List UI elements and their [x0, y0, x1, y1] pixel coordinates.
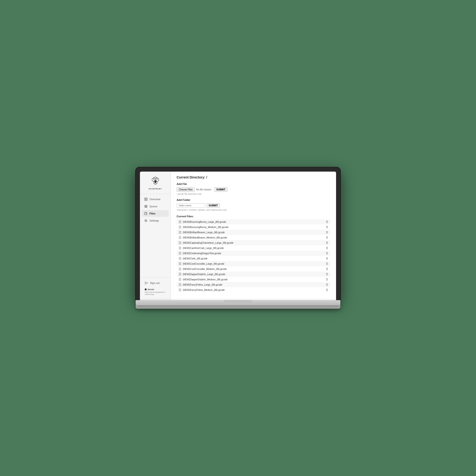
file-name: (NEW)CinderwingDragonTest.gcode	[183, 252, 221, 255]
file-row-left: (NEW)FancyFeline_Medium_(M).gcode	[178, 289, 225, 291]
file-icon	[178, 247, 181, 249]
delete-icon[interactable]	[325, 241, 328, 244]
signout-label: Sign out	[150, 282, 159, 284]
file-name: (NEW)CarefreeCrab_Large_(M).gcode	[183, 247, 224, 249]
delete-icon[interactable]	[325, 221, 328, 223]
table-row: (NEW)BouncingBunny_Large_(M).gcode	[177, 219, 330, 224]
sidebar-item-overview[interactable]: Overview	[142, 196, 169, 203]
file-hint: *.gcode file extension only	[177, 193, 330, 195]
delete-icon[interactable]	[325, 231, 328, 234]
table-row: (NEW)Cloth_(M).gcode	[177, 256, 330, 261]
delete-icon[interactable]	[325, 283, 328, 286]
server-label: Server	[145, 288, 166, 290]
add-file-section: Add File Choose Files No file chosen SUB…	[177, 183, 330, 195]
file-icon	[178, 252, 181, 255]
file-name: (NEW)Cloth_(M).gcode	[183, 257, 207, 260]
delete-icon[interactable]	[325, 278, 328, 281]
hiveprint-logo-icon	[150, 176, 161, 187]
no-file-label: No file chosen	[196, 188, 211, 191]
svg-rect-11	[144, 200, 146, 201]
overview-label: Overview	[150, 198, 160, 201]
files-icon	[144, 212, 148, 215]
file-name: (NEW)FancyFeline_Medium_(M).gcode	[183, 289, 225, 291]
table-row: (NEW)CoolCrocodile_Medium_(M).gcode	[177, 266, 330, 272]
file-name: (NEW)CaptivatingChameleon_Large_(M).gcod…	[183, 241, 234, 244]
svg-point-16	[145, 220, 147, 221]
delete-icon[interactable]	[325, 289, 328, 291]
delete-icon[interactable]	[325, 268, 328, 270]
settings-label: Settings	[150, 219, 159, 222]
choose-files-button[interactable]: Choose Files	[177, 187, 195, 192]
table-row: (NEW)BrilliantBeaver_Large_(M).gcode	[177, 230, 330, 235]
file-icon	[178, 257, 181, 260]
add-file-title: Add File	[177, 183, 330, 186]
file-icon	[178, 273, 181, 276]
delete-icon[interactable]	[325, 257, 328, 260]
files-label: Files	[150, 212, 155, 215]
file-icon	[178, 231, 181, 234]
file-icon	[178, 289, 181, 291]
table-row: (NEW)DapperDolphin_Large_(M).gcode	[177, 272, 330, 277]
server-info: Server https://gamergadgetry.hiveprint.a…	[142, 286, 168, 297]
file-row-left: (NEW)BouncingBunny_Large_(M).gcode	[178, 221, 226, 223]
sidebar-item-files[interactable]: Files	[142, 210, 169, 217]
sidebar-item-queue[interactable]: Queue	[142, 203, 169, 210]
delete-icon[interactable]	[325, 262, 328, 265]
file-name: (NEW)DapperDolphin_Medium_(M).gcode	[183, 278, 227, 281]
sidebar-item-settings[interactable]: Settings	[142, 217, 169, 224]
folder-name-input[interactable]	[177, 203, 205, 208]
server-url: https://gamergadgetry.hiveprint.app	[145, 291, 166, 295]
current-files-label: Current Files:	[177, 215, 330, 218]
main-content: Current Directory: / Add File Choose Fil…	[171, 171, 336, 300]
file-icon	[178, 262, 181, 265]
svg-rect-14	[144, 206, 147, 206]
add-folder-section: Add Folder SUBMIT *characters, numbers, …	[177, 199, 330, 211]
svg-rect-9	[144, 198, 146, 199]
file-row-left: (NEW)CoolCrocodile_Medium_(M).gcode	[178, 268, 227, 270]
files-list: (NEW)BouncingBunny_Large_(M).gcode (NEW)…	[177, 219, 330, 292]
file-name: (NEW)FancyFeline_Large_(M).gcode	[183, 284, 222, 286]
delete-icon[interactable]	[325, 252, 328, 255]
file-icon	[178, 268, 181, 270]
add-file-submit-button[interactable]: SUBMIT	[214, 187, 227, 192]
file-name: (NEW)BrilliantBeaver_Medium_(M).gcode	[183, 236, 227, 239]
file-row-left: (NEW)BrilliantBeaver_Medium_(M).gcode	[178, 236, 227, 239]
file-name: (NEW)BrilliantBeaver_Large_(M).gcode	[183, 231, 225, 234]
sidebar-logo: HIVEPRINT	[140, 174, 171, 194]
signout-button[interactable]: Sign out	[142, 280, 168, 286]
file-row-left: (NEW)BrilliantBeaver_Large_(M).gcode	[178, 231, 225, 234]
table-row: (NEW)CoolCrocodile_Large_(M).gcode	[177, 261, 330, 266]
delete-icon[interactable]	[325, 236, 328, 239]
file-name: (NEW)CoolCrocodile_Medium_(M).gcode	[183, 268, 227, 270]
table-row: (NEW)FancyFeline_Medium_(M).gcode	[177, 287, 330, 292]
svg-rect-8	[155, 183, 156, 184]
table-row: (NEW)BrilliantBeaver_Medium_(M).gcode	[177, 235, 330, 240]
file-row-left: (NEW)CinderwingDragonTest.gcode	[178, 252, 221, 255]
sidebar: HIVEPRINT Overview	[140, 171, 171, 300]
delete-icon[interactable]	[325, 273, 328, 276]
file-row-left: (NEW)DapperDolphin_Medium_(M).gcode	[178, 278, 227, 281]
file-row-left: (NEW)CaptivatingChameleon_Large_(M).gcod…	[178, 241, 234, 244]
svg-rect-6	[155, 181, 156, 181]
sidebar-nav: Overview Queue	[140, 196, 171, 277]
file-name: (NEW)BouncingBunny_Medium_(M).gcode	[183, 226, 228, 228]
delete-icon[interactable]	[325, 247, 328, 249]
file-row-left: (NEW)CarefreeCrab_Large_(M).gcode	[178, 247, 224, 249]
table-row: (NEW)DapperDolphin_Medium_(M).gcode	[177, 277, 330, 282]
add-folder-submit-button[interactable]: SUBMIT	[206, 203, 220, 208]
file-icon	[178, 241, 181, 244]
sidebar-brand-label: HIVEPRINT	[149, 188, 162, 190]
server-status-dot	[145, 289, 147, 290]
queue-label: Queue	[150, 205, 157, 208]
table-row: (NEW)CarefreeCrab_Large_(M).gcode	[177, 245, 330, 251]
svg-rect-10	[146, 198, 147, 199]
file-row-left: (NEW)Cloth_(M).gcode	[178, 257, 207, 260]
delete-icon[interactable]	[325, 226, 328, 228]
file-row-left: (NEW)BouncingBunny_Medium_(M).gcode	[178, 226, 228, 228]
file-name: (NEW)BouncingBunny_Large_(M).gcode	[183, 221, 226, 223]
table-row: (NEW)CaptivatingChameleon_Large_(M).gcod…	[177, 240, 330, 245]
file-name: (NEW)DapperDolphin_Large_(M).gcode	[183, 273, 225, 276]
signout-icon	[145, 281, 148, 285]
file-icon	[178, 226, 181, 228]
file-icon	[178, 221, 181, 223]
